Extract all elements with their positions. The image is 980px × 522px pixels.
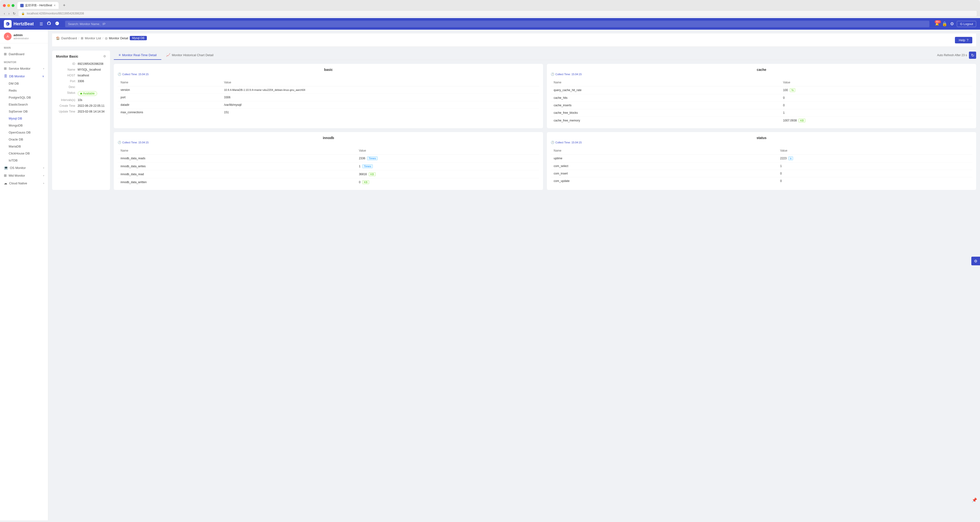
sidebar-sub-oracle[interactable]: Oracle DB [0, 136, 48, 143]
card-basic-collect-time: 🕐 Collect Time: 15:04:15 [118, 73, 539, 76]
monitor-basic-panel: Monitor Basic ⚙ ID 8921995426398208 Name… [52, 51, 110, 190]
cell-select-value: 1 [777, 162, 972, 170]
sidebar-item-dashboard[interactable]: ⊞ DashBoard [0, 50, 48, 58]
new-tab-button[interactable]: + [62, 3, 67, 8]
dashboard-label: DashBoard [9, 52, 24, 56]
basic-row-status: Status Available [56, 91, 106, 96]
create-time-label: Create Time [56, 104, 78, 108]
cell-insert-name: com_insert [551, 170, 777, 178]
cell-maxconn-value: 151 [221, 109, 539, 116]
basic-row-create-time: Create Time 2022-06-29 22:05:11 [56, 104, 106, 108]
right-panel: ≡ Monitor Real-Time Detail 📈 Monitor His… [114, 51, 976, 190]
help-button[interactable]: Help ? [955, 37, 972, 43]
basic-settings-icon[interactable]: ⚙ [103, 54, 106, 58]
basic-table: Name Value version 10.9.4-MariaDB-1:10.9… [118, 79, 539, 116]
desc-value [78, 85, 106, 89]
close-dot[interactable] [3, 4, 6, 7]
sidebar-sub-mysql[interactable]: Mysql DB [0, 115, 48, 122]
refresh-button[interactable]: ↻ [969, 52, 976, 59]
logo[interactable]: H HertzBeat [4, 20, 34, 28]
menu-icon[interactable]: ☰ [40, 22, 43, 26]
cache-collect-time-text: Collect Time: 15:04:15 [555, 73, 582, 76]
tab-realtime[interactable]: ≡ Monitor Real-Time Detail [114, 51, 161, 60]
sidebar-sub-mongodb[interactable]: MongoDB [0, 122, 48, 129]
logout-button[interactable]: G Logout [957, 21, 976, 27]
svg-text:G: G [56, 23, 57, 24]
sidebar: A admin administrator Main ⊞ DashBoard M… [0, 30, 48, 520]
monitor-list-icon: ⊞ [81, 36, 83, 40]
user-avatar: A [4, 33, 11, 40]
cell-idread-value: 36816 KB [356, 170, 539, 178]
table-row: datadir /var/lib/mysql/ [118, 101, 539, 109]
cell-uptime-value: 2223 s [777, 154, 972, 162]
status-col-name: Name [551, 147, 777, 154]
sidebar-item-os-monitor[interactable]: 💻 OS Monitor › [0, 164, 48, 171]
maximize-dot[interactable] [11, 4, 14, 7]
cell-chits-value: 0 [780, 94, 972, 102]
sidebar-sub-postgresql[interactable]: PostgreSQL DB [0, 94, 48, 101]
card-status-title: status [551, 136, 972, 140]
gitee-icon[interactable]: G [55, 21, 59, 27]
create-time-value: 2022-06-29 22:05:11 [78, 104, 106, 108]
sidebar-item-db-monitor[interactable]: 🗄 DB Monitor ∨ [0, 72, 48, 80]
help-icon: ? [967, 38, 969, 42]
lock-header-icon[interactable]: 🔒 [942, 21, 947, 27]
sidebar-sub-dm-db[interactable]: DM DB [0, 80, 48, 87]
table-row: uptime 2223 s [551, 154, 972, 162]
lock-icon: 🔒 [21, 12, 25, 15]
name-label: Name [56, 68, 78, 71]
reload-button[interactable]: ↻ [12, 11, 17, 16]
notification-badge[interactable]: 🔔 99+ [935, 22, 939, 26]
breadcrumb-sep1: / [78, 36, 80, 40]
monitor-section-label: Monitor [0, 58, 48, 65]
port-label: Port [56, 79, 78, 83]
sidebar-sub-iotdb[interactable]: IoTDB [0, 157, 48, 164]
mid-monitor-arrow: › [43, 174, 44, 177]
float-pin-button[interactable]: 📌 [972, 497, 977, 503]
sidebar-item-mid-monitor[interactable]: ⊞ Mid Monitor › [0, 171, 48, 179]
logo-text: HertzBeat [13, 21, 34, 27]
sidebar-sub-clickhouse[interactable]: ClickHouse DB [0, 150, 48, 157]
breadcrumb-dashboard[interactable]: DashBoard [61, 36, 77, 40]
address-bar-url[interactable]: localhost:4200/monitors/8921995426398208 [27, 12, 84, 15]
settings-icon[interactable]: ⚙ [950, 21, 954, 27]
id-value: 8921995426398208 [78, 62, 106, 65]
float-settings-button[interactable]: ⚙ [971, 257, 980, 265]
sidebar-sub-mariadb[interactable]: MariaDB [0, 143, 48, 150]
back-button[interactable]: ‹ [3, 11, 6, 16]
card-status-collect-time: 🕐 Collect Time: 15:04:15 [551, 141, 972, 144]
unit-s: s [788, 156, 793, 160]
search-input[interactable] [65, 21, 929, 27]
tab-favicon [20, 4, 24, 7]
sidebar-sub-opengauss[interactable]: OpenGauss DB [0, 129, 48, 136]
unit-kb-2: KB [369, 172, 376, 176]
sidebar-sub-sqlserver[interactable]: SqlServer DB [0, 108, 48, 115]
forward-button[interactable]: › [8, 11, 11, 16]
browser-tab[interactable]: 监控详情 - HertzBeat ✕ [18, 2, 59, 9]
sidebar-item-cloud-native[interactable]: ☁ Cloud Native › [0, 179, 48, 187]
update-time-label: Update Time [56, 110, 78, 113]
mid-monitor-icon: ⊞ [4, 173, 7, 178]
breadcrumb-monitor-list[interactable]: Monitor List [85, 36, 101, 40]
google-icon: G [960, 22, 963, 26]
cell-uptime-name: uptime [551, 154, 777, 162]
sidebar-sub-elasticsearch[interactable]: ElasticSearch [0, 101, 48, 108]
tab-close-icon[interactable]: ✕ [54, 4, 56, 7]
github-icon[interactable] [47, 21, 51, 27]
header-right: 🔔 99+ 🔒 ⚙ G Logout [935, 21, 976, 27]
sidebar-item-service-monitor[interactable]: ⊞ Service Monitor › [0, 65, 48, 72]
tab-historical[interactable]: 📈 Monitor Historical Chart Detail [161, 51, 218, 60]
cell-version-name: version [118, 86, 221, 94]
unit-kb: KB [799, 119, 805, 122]
sidebar-sub-redis[interactable]: Redis [0, 87, 48, 94]
update-time-value: 2023-02-06 14:14:34 [78, 110, 106, 113]
innodb-col-name: Name [118, 147, 356, 154]
cell-port-name: port [118, 94, 221, 101]
cell-idwritten-value: 0 KB [356, 178, 539, 186]
minimize-dot[interactable] [7, 4, 10, 7]
host-label: HOST [56, 74, 78, 77]
cell-datadir-value: /var/lib/mysql/ [221, 101, 539, 109]
os-monitor-icon: 💻 [4, 166, 8, 170]
status-col-value: Value [777, 147, 972, 154]
mid-monitor-label: Mid Monitor [9, 174, 25, 178]
